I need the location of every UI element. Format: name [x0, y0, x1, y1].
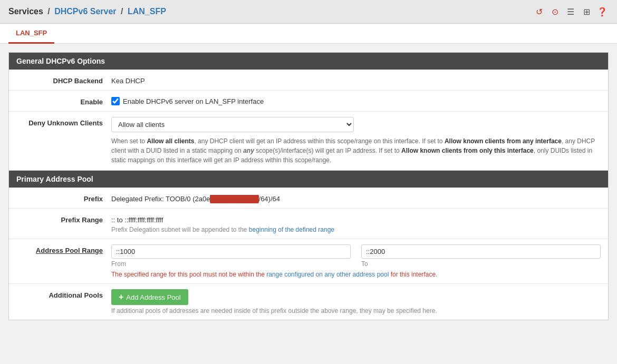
dhcp-backend-label: DHCP Backend	[16, 75, 111, 85]
top-icons: ↺ ⊙ ☰ ⊞ ❓	[533, 5, 609, 18]
breadcrumb-services: Services	[8, 7, 43, 16]
breadcrumb-dhcpv6[interactable]: DHCPv6 Server	[54, 7, 116, 16]
primary-section: Primary Address Pool Prefix Delegated Pr…	[8, 171, 609, 320]
prefix-range-value: :: to ::ffff:ffff:ffff:ffff Prefix Deleg…	[111, 214, 601, 233]
general-section-header: General DHCPv6 Options	[9, 53, 608, 70]
pool-to-input[interactable]	[361, 244, 601, 259]
address-pool-label: Address Pool Range	[16, 244, 111, 254]
deny-unknown-row: Deny Unknown Clients Allow all clients A…	[9, 112, 608, 170]
enable-text: Enable DHCPv6 server on LAN_SFP interfac…	[123, 97, 264, 105]
prefix-range-label: Prefix Range	[16, 214, 111, 224]
additional-pools-hint: If additional pools of addresses are nee…	[111, 307, 601, 314]
prefix-value: Delegated Prefix: TOOB/0 (2a0e██████████…	[111, 193, 601, 203]
prefix-row: Prefix Delegated Prefix: TOOB/0 (2a0e███…	[9, 188, 608, 209]
plus-icon: +	[119, 293, 123, 301]
add-pool-button[interactable]: + Add Address Pool	[111, 289, 188, 305]
breadcrumb-lan-sfp[interactable]: LAN_SFP	[128, 7, 166, 16]
deny-unknown-info: When set to Allow all clients, any DHCP …	[111, 136, 601, 165]
deny-unknown-value: Allow all clients Allow known clients fr…	[111, 117, 601, 165]
enable-row: Enable Enable DHCPv6 server on LAN_SFP i…	[9, 91, 608, 112]
pool-warn: The specified range for this pool must n…	[111, 271, 601, 278]
pool-from-label: From	[111, 260, 351, 268]
breadcrumb: Services / DHCPv6 Server / LAN_SFP	[8, 7, 166, 16]
deny-unknown-select[interactable]: Allow all clients Allow known clients fr…	[111, 117, 354, 132]
additional-pools-value: + Add Address Pool If additional pools o…	[111, 289, 601, 314]
dhcp-backend-value: Kea DHCP	[111, 75, 601, 85]
stop-icon[interactable]: ⊙	[548, 5, 561, 18]
address-pool-value: From To The specified range for this poo…	[111, 244, 601, 278]
prefix-range-hint: Prefix Delegation subnet will be appende…	[111, 226, 601, 233]
primary-section-header: Primary Address Pool	[9, 171, 608, 188]
enable-value: Enable DHCPv6 server on LAN_SFP interfac…	[111, 96, 601, 105]
reload-icon[interactable]: ↺	[533, 5, 545, 18]
general-section: General DHCPv6 Options DHCP Backend Kea …	[8, 52, 609, 171]
dhcp-backend-row: DHCP Backend Kea DHCP	[9, 70, 608, 91]
additional-pools-label: Additional Pools	[16, 289, 111, 299]
additional-pools-row: Additional Pools + Add Address Pool If a…	[9, 284, 608, 320]
top-bar: Services / DHCPv6 Server / LAN_SFP ↺ ⊙ ☰…	[0, 0, 617, 24]
prefix-redacted: ██████████	[210, 195, 258, 203]
breadcrumb-sep-2: /	[121, 7, 126, 16]
add-pool-label: Add Address Pool	[126, 293, 180, 301]
tab-lan-sfp[interactable]: LAN_SFP	[8, 24, 54, 44]
table-icon[interactable]: ⊞	[580, 5, 593, 18]
breadcrumb-sep-1: /	[47, 7, 52, 16]
prefix-post: /64)/64	[259, 195, 280, 203]
prefix-pre: Delegated Prefix: TOOB/0 (2a0e	[111, 195, 210, 203]
pool-from-group: From	[111, 244, 351, 268]
pool-to-group: To	[361, 244, 601, 268]
prefix-label: Prefix	[16, 193, 111, 203]
enable-checkbox[interactable]	[111, 97, 120, 105]
deny-unknown-label: Deny Unknown Clients	[16, 117, 111, 127]
prefix-range-row: Prefix Range :: to ::ffff:ffff:ffff:ffff…	[9, 209, 608, 239]
enable-label: Enable	[16, 96, 111, 106]
tab-bar: LAN_SFP	[0, 24, 617, 44]
pool-from-input[interactable]	[111, 244, 351, 259]
address-pool-row: Address Pool Range From To The specified…	[9, 239, 608, 284]
content: General DHCPv6 Options DHCP Backend Kea …	[0, 44, 617, 329]
pool-to-label: To	[361, 260, 601, 268]
list-icon[interactable]: ☰	[564, 5, 577, 18]
help-icon[interactable]: ❓	[596, 5, 609, 18]
